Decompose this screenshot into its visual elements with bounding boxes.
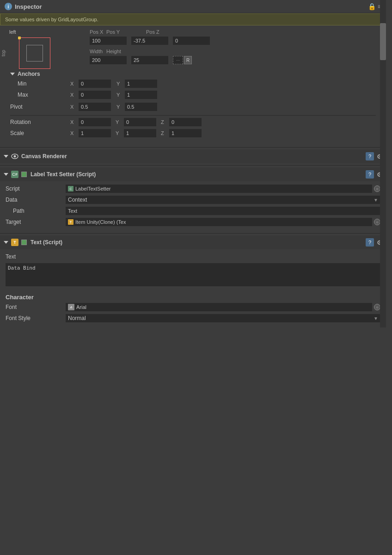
lock-icon[interactable]: 🔒 — [368, 3, 376, 10]
target-object-name: Item Unity(Clone) (Tex — [75, 219, 370, 225]
blueprint-icon: ⋯ — [173, 56, 183, 64]
script-value-row: C LabelTextSetter ○ — [66, 185, 380, 193]
inspector-title-text: Inspector — [15, 3, 42, 10]
rot-y-input[interactable] — [124, 118, 156, 126]
target-circle-btn[interactable]: ○ — [374, 219, 380, 225]
min-y-input[interactable] — [125, 80, 157, 88]
pivot-y-input[interactable] — [125, 103, 157, 111]
divider-4 — [0, 233, 386, 234]
height-input[interactable] — [131, 56, 168, 64]
pos-z-label: Pos Z — [146, 29, 160, 35]
path-row: Path — [6, 206, 380, 216]
rot-y-label: Y — [116, 119, 122, 125]
rot-z-label: Z — [161, 119, 167, 125]
rotation-label: Rotation — [10, 119, 70, 125]
scale-label: Scale — [10, 130, 70, 136]
scale-row: Scale X Y Z — [10, 129, 376, 138]
font-object-name: Arial — [76, 304, 370, 310]
size-values-row: ⋯ R — [50, 56, 381, 64]
data-row: Data Context ▼ — [6, 195, 380, 204]
divider-2 — [0, 147, 386, 148]
rotation-value: X Y Z — [70, 118, 376, 126]
path-value-row — [66, 207, 380, 215]
path-input[interactable] — [66, 207, 380, 215]
pivot-label: Pivot — [10, 104, 70, 110]
scale-x-input[interactable] — [79, 129, 111, 137]
font-circle-btn[interactable]: ○ — [374, 304, 380, 310]
pivot-x-label: X — [70, 104, 77, 110]
inspector-title: i Inspector — [5, 3, 42, 10]
alignment-label: left — [5, 29, 16, 35]
scale-y-input[interactable] — [124, 129, 156, 137]
pos-x-label: Pos X — [90, 29, 104, 35]
font-object-field: A Arial — [66, 303, 372, 311]
text-label: Text — [6, 253, 66, 260]
pivot-row: Pivot X Y — [10, 102, 376, 111]
size-labels-row: Width Height — [50, 49, 381, 54]
anchors-max-label: Max — [10, 92, 70, 98]
text-script-icon: T — [11, 239, 18, 246]
r-button[interactable]: R — [184, 56, 192, 64]
canvas-renderer-help-icon[interactable]: ? — [366, 152, 374, 160]
anchors-title: Anchors — [18, 71, 40, 77]
height-label: Height — [106, 49, 143, 54]
canvas-renderer-header[interactable]: Canvas Renderer ? ⚙ — [0, 149, 386, 163]
target-value-row: T Item Unity(Clone) (Tex ○ — [66, 218, 380, 226]
label-text-setter-title: Label Text Setter (Script) — [31, 171, 96, 178]
rot-x-input[interactable] — [79, 118, 111, 126]
pos-labels-row: Pos X Pos Y Pos Z — [50, 29, 381, 35]
text-script-checkbox[interactable] — [21, 240, 27, 245]
script-circle-btn[interactable]: ○ — [374, 185, 380, 192]
font-object-icon: A — [68, 304, 74, 310]
anchor-dot — [18, 37, 21, 39]
anchors-min-row: Min X Y — [10, 79, 376, 88]
font-style-label: Font Style — [6, 315, 66, 321]
max-y-input[interactable] — [125, 91, 157, 99]
label-text-setter-checkbox[interactable] — [21, 172, 27, 177]
text-script-header[interactable]: T Text (Script) ? ⚙ — [0, 235, 386, 249]
script-row: Script C LabelTextSetter ○ — [6, 184, 380, 193]
scrollbar-thumb[interactable] — [380, 23, 386, 60]
character-label: Character — [6, 294, 34, 301]
pivot-x-input[interactable] — [79, 103, 111, 111]
min-y-label: Y — [116, 81, 123, 86]
font-style-dropdown[interactable]: Normal ▼ — [66, 314, 380, 322]
text-script-collapse-icon[interactable] — [4, 241, 8, 244]
target-object-field: T Item Unity(Clone) (Tex — [66, 218, 372, 226]
label-text-setter-header[interactable]: C# Label Text Setter (Script) ? ⚙ — [0, 167, 386, 181]
script-object-field: C LabelTextSetter — [66, 185, 372, 193]
script-object-name: LabelTextSetter — [75, 186, 370, 191]
max-x-input[interactable] — [79, 91, 111, 99]
pos-x-input[interactable] — [90, 37, 127, 45]
text-label-row: Text — [6, 252, 380, 261]
min-x-input[interactable] — [79, 80, 111, 88]
font-style-row: Font Style Normal ▼ — [6, 314, 380, 323]
divider-3 — [0, 165, 386, 166]
rot-x-label: X — [70, 119, 77, 125]
pos-y-input[interactable] — [131, 37, 168, 45]
font-style-value-row: Normal ▼ — [66, 314, 380, 322]
data-dropdown[interactable]: Context ▼ — [66, 196, 380, 204]
data-dropdown-value: Context — [68, 197, 87, 203]
text-area-field[interactable]: Data Bind — [6, 263, 380, 286]
canvas-renderer-title: Canvas Renderer — [21, 153, 67, 160]
path-label: Path — [6, 208, 66, 214]
canvas-renderer-collapse-icon[interactable] — [4, 155, 8, 158]
anchors-collapse-icon[interactable] — [10, 73, 15, 75]
scrollbar[interactable] — [380, 0, 386, 327]
side-label: top — [1, 50, 6, 56]
min-x-label: X — [70, 81, 77, 86]
scale-z-input[interactable] — [169, 129, 202, 137]
text-script-content: Text Data Bind Character Font A Arial ○ … — [0, 249, 386, 327]
label-text-setter-help-icon[interactable]: ? — [366, 170, 374, 179]
anchors-min-value: X Y — [70, 80, 376, 88]
pos-z-input[interactable] — [173, 37, 210, 45]
text-script-help-icon[interactable]: ? — [366, 238, 374, 247]
driven-message: Some values driven by GridLayoutGroup. — [0, 13, 386, 25]
width-input[interactable] — [90, 56, 127, 64]
label-text-setter-content: Script C LabelTextSetter ○ Data Context … — [0, 181, 386, 231]
text-script-title: Text (Script) — [31, 239, 62, 246]
rot-z-input[interactable] — [169, 118, 202, 126]
info-badge: i — [5, 3, 12, 10]
label-text-setter-collapse-icon[interactable] — [4, 173, 8, 176]
